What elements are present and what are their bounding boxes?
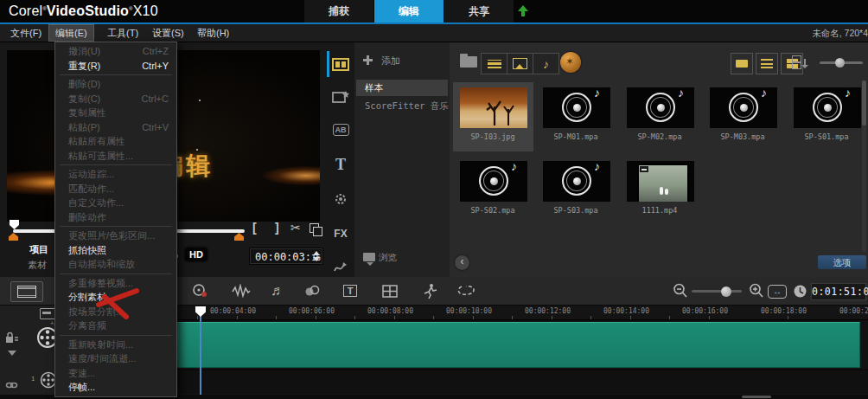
trim-end-handle[interactable] — [234, 233, 244, 241]
nav-item-scorefitter[interactable]: ScoreFitter 音乐 — [356, 98, 448, 114]
view-list-icon[interactable] — [756, 53, 778, 74]
media-category-icon[interactable] — [330, 53, 351, 75]
filter-audio-icon[interactable]: ♪ — [533, 54, 558, 74]
mark-in-button[interactable]: [ — [252, 221, 257, 235]
slider-knob[interactable] — [835, 58, 845, 68]
video-track[interactable]: 1111.mp4 — [95, 320, 868, 370]
motion-tracking-icon[interactable] — [420, 282, 439, 299]
timeline-playhead-line[interactable] — [200, 306, 201, 395]
menu-item-remove-motion[interactable]: 删除动作 — [55, 210, 176, 225]
filter-video-icon[interactable] — [482, 54, 507, 74]
menu-item-undo[interactable]: 撤消(U)Ctrl+Z — [55, 44, 176, 59]
fit-project-to-window-icon[interactable]: ↔ — [768, 285, 787, 299]
auto-music-icon[interactable] — [560, 52, 581, 73]
filter-photo-icon[interactable] — [507, 54, 533, 74]
motion-path-category-icon[interactable] — [330, 255, 351, 278]
menu-item-paste-optional-attributes[interactable]: 粘贴可选属性... — [55, 149, 176, 164]
tab-share[interactable]: 共享 — [444, 0, 514, 23]
menu-tools[interactable]: 工具(T) — [100, 24, 145, 42]
menu-item-variable-speed[interactable]: 变速... — [55, 366, 176, 381]
media-thumbnail[interactable]: ♪ SP-M01.mpa — [536, 82, 616, 151]
expand-tracks-icon[interactable] — [8, 351, 16, 356]
menu-edit[interactable]: 编辑(E) — [48, 24, 94, 42]
timeline-zoom-slider[interactable] — [692, 290, 742, 293]
menu-item-split-clip[interactable]: 分割素材 — [55, 290, 176, 305]
collapse-panel-button[interactable]: ‹ — [455, 255, 469, 270]
menu-item-copy[interactable]: 复制(C)Ctrl+C — [55, 92, 176, 106]
instant-project-icon[interactable] — [330, 86, 351, 108]
menu-item-speed-time-lapse[interactable]: 速度/时间流逝... — [55, 351, 176, 366]
sound-mixer-icon[interactable] — [232, 282, 251, 299]
title-category-icon[interactable]: T — [330, 153, 351, 176]
split-clip-button[interactable]: ✂ — [290, 221, 301, 235]
thumbnail-size-slider[interactable] — [820, 61, 863, 64]
timeline-timecode[interactable]: 0:01:51:04 — [811, 283, 866, 300]
split-screen-template-icon[interactable] — [380, 282, 399, 299]
import-folder-icon[interactable] — [460, 56, 477, 68]
media-thumbnail[interactable]: 1111.mp4 — [620, 156, 700, 225]
menu-settings[interactable]: 设置(S) — [145, 24, 191, 42]
menu-item-paste-all-attributes[interactable]: 粘贴所有属性 — [55, 134, 176, 149]
menu-item-take-snapshot[interactable]: 抓拍快照 — [55, 243, 176, 258]
nav-item-samples[interactable]: 样本 — [356, 80, 448, 96]
menu-item-split-audio[interactable]: 分离音频 — [55, 319, 176, 333]
menu-item-split-by-scene[interactable]: 按场景分割... — [55, 305, 176, 319]
record-capture-option-icon[interactable] — [190, 282, 209, 299]
scrubber-playhead[interactable] — [10, 220, 19, 229]
preview-timecode[interactable]: 00:00:03:16 — [249, 248, 323, 265]
mark-out-button[interactable]: ] — [275, 221, 279, 235]
filter-category-icon[interactable]: FX — [330, 222, 351, 245]
ripple-link-icon[interactable] — [5, 378, 18, 394]
scrollbar-thumb[interactable] — [742, 396, 771, 398]
transition-category-icon[interactable]: AB — [330, 119, 351, 141]
graphic-category-icon[interactable] — [330, 188, 351, 210]
zoom-slider-knob[interactable] — [721, 286, 731, 297]
media-thumbnail[interactable]: ♪ SP-S02.mpa — [453, 156, 533, 225]
upgrade-arrow-icon[interactable] — [517, 5, 529, 17]
mode-project-button[interactable]: 项目 — [29, 243, 48, 256]
menu-file[interactable]: 文件(F) — [3, 24, 48, 42]
media-thumbnail[interactable]: ♪ SP-S01.mpa — [787, 82, 867, 151]
zoom-out-icon[interactable] — [671, 282, 690, 299]
menu-item-copy-attributes[interactable]: 复制属性 — [55, 106, 176, 120]
browse-button[interactable]: 浏览 — [363, 252, 397, 264]
sort-icon[interactable] — [792, 55, 806, 69]
add-folder-button[interactable]: 添加 — [363, 55, 400, 72]
lock-track-icon[interactable] — [5, 331, 19, 347]
tab-edit[interactable]: 编辑 — [374, 0, 444, 23]
zoom-in-icon[interactable] — [747, 282, 766, 299]
timeline-ruler[interactable]: 00:00:04:00 00:00:06:00 00:00:08:00 00:0… — [95, 306, 868, 320]
menu-item-motion-tracking[interactable]: 运动追踪... — [55, 167, 176, 182]
menu-item-delete[interactable]: 删除(D) — [55, 77, 176, 92]
menu-help[interactable]: 帮助(H) — [190, 24, 236, 42]
subtitle-editor-icon[interactable]: T — [341, 282, 360, 299]
timecode-stepper[interactable] — [313, 250, 320, 262]
overlay-track[interactable] — [95, 371, 868, 394]
media-thumbnail[interactable]: ♪ SP-M02.mpa — [620, 82, 700, 151]
gallery-scrollbar[interactable] — [862, 80, 866, 252]
tab-capture[interactable]: 捕获 — [304, 0, 373, 23]
enlarge-preview-icon[interactable] — [310, 223, 319, 233]
timeline-clip[interactable]: 1111.mp4 — [97, 322, 860, 368]
trim-start-handle[interactable] — [9, 233, 18, 241]
menu-item-repeat[interactable]: 重复(R)Ctrl+Y — [55, 59, 176, 74]
overlay-options-icon[interactable] — [303, 282, 322, 299]
menu-item-multi-trim-video[interactable]: 多重修整视频... — [55, 276, 176, 291]
mode-clip-button[interactable]: 素材 — [28, 259, 47, 272]
media-thumbnail[interactable]: ♪ SP-S03.mpa — [536, 156, 616, 225]
view-thumb-icon[interactable] — [731, 53, 753, 74]
auto-music-score-icon[interactable]: ♬ — [268, 282, 287, 299]
menu-item-paste[interactable]: 粘贴(P)Ctrl+V — [55, 120, 176, 135]
menu-item-customize-motion[interactable]: 自定义动作... — [55, 196, 176, 210]
media-thumbnail[interactable]: SP-I03.jpg — [453, 82, 533, 151]
options-button[interactable]: 选项 — [818, 255, 866, 269]
media-thumbnail[interactable]: ♪ SP-M03.mpa — [703, 82, 783, 151]
menu-item-time-remapping[interactable]: 重新映射时间... — [55, 338, 176, 352]
menu-item-change-photo-color-duration[interactable]: 更改照片/色彩区间... — [55, 228, 176, 243]
menu-item-freeze-frame[interactable]: 停帧... — [55, 380, 176, 395]
menu-item-match-motion[interactable]: 匹配动作... — [55, 182, 176, 196]
track-motion-icon[interactable] — [456, 282, 475, 299]
storyboard-view-button[interactable] — [10, 281, 43, 302]
menu-item-auto-pan-zoom[interactable]: 自动摇动和缩放 — [55, 257, 176, 272]
project-duration-icon[interactable] — [790, 282, 809, 299]
